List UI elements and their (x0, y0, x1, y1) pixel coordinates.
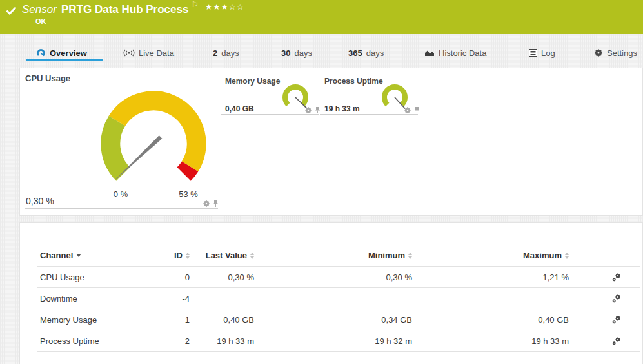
table-row: Downtime -4 (37, 288, 640, 309)
cpu-gauge-value: 0,30 % (26, 196, 54, 206)
memory-gauge-value: 0,40 GB (225, 104, 254, 113)
channel-id: 2 (169, 330, 190, 352)
sensor-page: Sensor PRTG Data Hub Process ⚐ ★★★☆☆ OK … (0, 0, 643, 364)
sort-icon (565, 253, 569, 259)
gear-icon (594, 48, 603, 57)
cpu-scale-max: 53 % (172, 189, 204, 199)
memory-widget-icons (304, 106, 321, 114)
channel-id: -4 (169, 288, 190, 309)
gauges-panel: CPU Usage 0 % 53 % 0,30 % Memory Usage 0… (19, 68, 643, 216)
cpu-scale-min: 0 % (104, 189, 137, 199)
channel-maximum: 1,21 % (412, 267, 569, 288)
channel-id: 0 (169, 267, 190, 288)
sort-desc-icon (76, 254, 81, 257)
gear-icon[interactable] (404, 106, 411, 114)
tab-label: Live Data (139, 48, 174, 58)
column-header-id[interactable]: ID (169, 223, 190, 267)
gear-icon[interactable] (304, 106, 312, 114)
tab-log[interactable]: Log (529, 47, 555, 59)
column-header-channel[interactable]: Channel (37, 223, 169, 267)
tab-settings[interactable]: Settings (594, 47, 637, 59)
channel-name[interactable]: Downtime (37, 288, 169, 309)
channels-panel: Channel ID Last Value Minimum Maximum CP… (19, 222, 643, 364)
tab-label: Settings (607, 48, 637, 58)
tab-label: Overview (50, 48, 87, 58)
memory-gauge-title: Memory Usage (225, 77, 280, 86)
channel-name[interactable]: Memory Usage (37, 309, 169, 330)
channel-name[interactable]: Process Uptime (37, 330, 169, 352)
column-header-maximum[interactable]: Maximum (412, 223, 569, 267)
tab-label: Historic Data (439, 48, 486, 58)
tab-historic-data[interactable]: Historic Data (424, 47, 486, 59)
tab-number: 30 (281, 48, 290, 58)
table-header-row: Channel ID Last Value Minimum Maximum (37, 223, 640, 267)
gear-icon[interactable] (203, 200, 210, 207)
uptime-gauge-title: Process Uptime (324, 77, 383, 86)
tab-30-days[interactable]: 30 days (281, 47, 312, 59)
active-tab-underline (26, 59, 103, 61)
table-row: Memory Usage 1 0,40 GB 0,34 GB 0,40 GB (37, 309, 640, 330)
channel-minimum: 0,30 % (254, 267, 412, 288)
log-icon (529, 49, 537, 57)
status-badge: OK (35, 17, 46, 25)
broadcast-icon (123, 48, 135, 57)
table-row: Process Uptime 2 19 h 33 m 19 h 32 m 19 … (37, 330, 640, 352)
tab-365-days[interactable]: 365 days (348, 47, 384, 59)
channel-minimum (254, 288, 412, 309)
cpu-widget-icons (203, 200, 219, 207)
channels-table: Channel ID Last Value Minimum Maximum CP… (37, 223, 640, 352)
channel-settings-icon[interactable] (612, 314, 622, 324)
channel-maximum (412, 288, 569, 309)
status-check-icon (6, 6, 17, 17)
tab-number: 365 (348, 48, 362, 58)
pin-icon[interactable] (315, 106, 321, 114)
cpu-gauge-title: CPU Usage (25, 73, 70, 83)
channel-settings-icon[interactable] (612, 293, 622, 303)
gauge-icon (36, 48, 46, 58)
memory-widget-divider (221, 114, 319, 115)
channel-last-value: 0,30 % (190, 267, 254, 288)
channel-name[interactable]: CPU Usage (37, 267, 169, 288)
channel-maximum: 19 h 33 m (412, 330, 569, 352)
object-type-label: Sensor (22, 3, 57, 16)
tab-number: 2 (213, 48, 217, 58)
sort-icon (250, 253, 254, 259)
pin-icon[interactable] (414, 106, 420, 114)
tab-label: days (221, 48, 239, 58)
area-chart-icon (424, 49, 435, 57)
column-header-minimum[interactable]: Minimum (254, 223, 412, 267)
channel-settings-icon[interactable] (612, 272, 622, 282)
uptime-gauge-value: 19 h 33 m (324, 104, 360, 113)
channel-minimum: 0,34 GB (254, 309, 412, 330)
channel-last-value: 19 h 33 m (190, 330, 254, 352)
column-header-last-value[interactable]: Last Value (190, 223, 254, 267)
tab-live-data[interactable]: Live Data (123, 47, 174, 59)
tab-overview[interactable]: Overview (36, 47, 87, 59)
channel-last-value (190, 288, 254, 309)
cpu-gauge (99, 90, 208, 198)
uptime-widget-icons (404, 106, 420, 114)
sort-icon (408, 253, 412, 259)
tab-label: Log (541, 48, 555, 58)
tab-label: days (294, 48, 312, 58)
channel-minimum: 19 h 32 m (254, 330, 412, 352)
tab-label: days (366, 48, 384, 58)
sort-icon (186, 253, 190, 259)
channel-settings-icon[interactable] (612, 336, 622, 345)
flag-icon[interactable]: ⚐ (192, 0, 199, 9)
pin-icon[interactable] (213, 200, 219, 207)
rating-stars[interactable]: ★★★☆☆ (205, 2, 244, 12)
channel-id: 1 (169, 309, 190, 330)
channel-maximum: 0,40 GB (412, 309, 569, 330)
cpu-widget-divider (25, 208, 218, 209)
tab-2-days[interactable]: 2 days (213, 47, 239, 59)
channel-last-value: 0,40 GB (190, 309, 254, 330)
page-title: PRTG Data Hub Process (61, 3, 188, 16)
sensor-header: Sensor PRTG Data Hub Process ⚐ ★★★☆☆ OK (0, 0, 643, 34)
table-row: CPU Usage 0 0,30 % 0,30 % 1,21 % (37, 267, 640, 288)
uptime-widget-divider (320, 114, 418, 115)
